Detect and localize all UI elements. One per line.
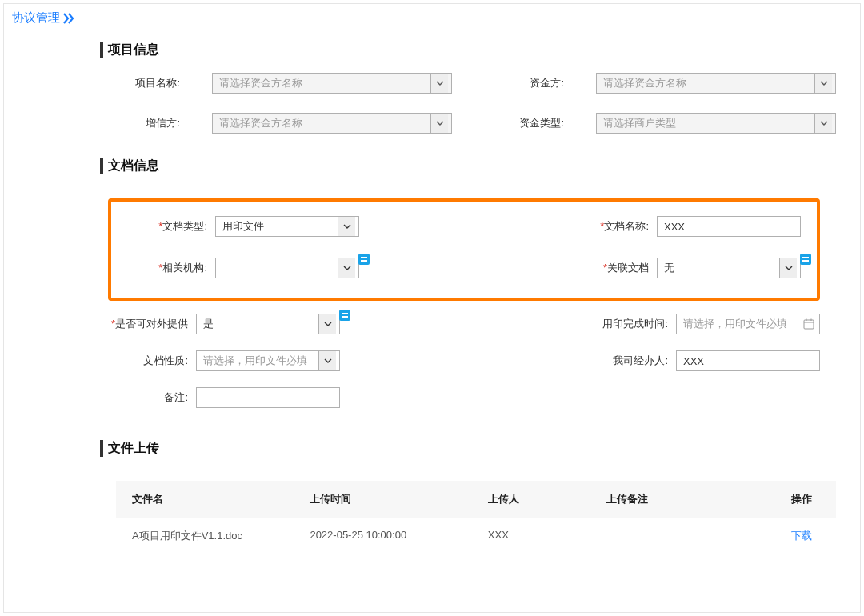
chevron-down-icon: [814, 74, 832, 93]
remark-input[interactable]: [196, 387, 340, 408]
calendar-icon: [802, 317, 816, 331]
table-row: A项目用印文件V1.1.doc 2022-05-25 10:00:00 XXX …: [116, 518, 836, 554]
funder-select[interactable]: 请选择资金方名称: [596, 73, 836, 94]
highlighted-fields: *文档类型: 用印文件 *文档名称: XXX *相关机构: *关联文档 无: [108, 198, 820, 301]
seal-time-input[interactable]: 请选择，用印文件必填: [676, 314, 820, 334]
chevron-down-icon: [338, 217, 355, 236]
col-uploader: 上传人: [488, 492, 606, 506]
doc-name-label: *文档名称:: [569, 219, 649, 234]
related-org-select[interactable]: [215, 258, 359, 278]
doc-name-input[interactable]: XXX: [657, 216, 801, 237]
credit-label: 增信方:: [100, 116, 180, 130]
section-title-upload: 文件上传: [100, 440, 844, 457]
related-doc-value: 无: [664, 261, 674, 275]
chevron-down-icon: [338, 258, 355, 278]
badge-icon: [358, 254, 370, 265]
section-title-project: 项目信息: [100, 42, 844, 58]
credit-select[interactable]: 请选择资金方名称: [212, 113, 452, 134]
external-label: *是否可对外提供: [108, 317, 188, 331]
chevron-down-icon: [430, 74, 448, 93]
funder-value: 请选择资金方名称: [603, 76, 686, 90]
chevron-right-icon: [63, 13, 76, 24]
doc-nature-select[interactable]: 请选择，用印文件必填: [196, 350, 340, 371]
chevron-down-icon: [318, 314, 336, 334]
doc-type-select[interactable]: 用印文件: [215, 216, 359, 237]
svg-rect-0: [804, 320, 814, 329]
fund-type-label: 资金类型:: [484, 116, 564, 130]
chevron-down-icon: [318, 351, 336, 370]
col-filename: 文件名: [132, 492, 310, 506]
chevron-down-icon: [814, 114, 832, 133]
project-name-select[interactable]: 请选择资金方名称: [212, 73, 452, 94]
section-title-doc: 文档信息: [100, 158, 844, 174]
related-doc-label: *关联文档: [569, 261, 649, 275]
badge-icon: [339, 310, 350, 321]
col-action: 操作: [725, 492, 820, 506]
handler-label: 我司经办人:: [588, 354, 668, 368]
doc-type-label: *文档类型:: [127, 219, 207, 234]
seal-time-placeholder: 请选择，用印文件必填: [683, 317, 787, 331]
credit-value: 请选择资金方名称: [219, 116, 302, 130]
download-link[interactable]: 下载: [791, 530, 812, 542]
handler-value: XXX: [683, 355, 704, 367]
doc-name-value: XXX: [664, 221, 685, 233]
handler-input[interactable]: XXX: [676, 350, 820, 371]
breadcrumb-title: 协议管理: [12, 10, 60, 26]
chevron-down-icon: [779, 258, 797, 278]
related-org-label: *相关机构:: [127, 261, 207, 275]
seal-time-label: 用印完成时间:: [588, 317, 668, 331]
cell-uploader: XXX: [488, 529, 606, 543]
doc-nature-placeholder: 请选择，用印文件必填: [203, 354, 307, 368]
doc-type-value: 用印文件: [222, 219, 264, 234]
breadcrumb[interactable]: 协议管理: [12, 10, 852, 26]
cell-upload-time: 2022-05-25 10:00:00: [310, 529, 487, 543]
external-value: 是: [203, 317, 214, 331]
cell-filename: A项目用印文件V1.1.doc: [132, 529, 310, 543]
fund-type-value: 请选择商户类型: [603, 116, 676, 130]
fund-type-select[interactable]: 请选择商户类型: [596, 113, 836, 134]
table-header: 文件名 上传时间 上传人 上传备注 操作: [116, 481, 836, 518]
col-upload-time: 上传时间: [310, 492, 487, 506]
funder-label: 资金方:: [484, 76, 564, 90]
project-name-label: 项目名称:: [100, 76, 180, 90]
col-upload-remark: 上传备注: [606, 492, 725, 506]
cell-upload-remark: [606, 529, 725, 543]
badge-icon: [800, 254, 811, 265]
doc-nature-label: 文档性质:: [108, 354, 188, 368]
project-name-value: 请选择资金方名称: [219, 76, 302, 90]
remark-label: 备注:: [108, 390, 188, 405]
related-doc-select[interactable]: 无: [657, 258, 801, 278]
chevron-down-icon: [430, 114, 448, 133]
external-select[interactable]: 是: [196, 314, 340, 334]
